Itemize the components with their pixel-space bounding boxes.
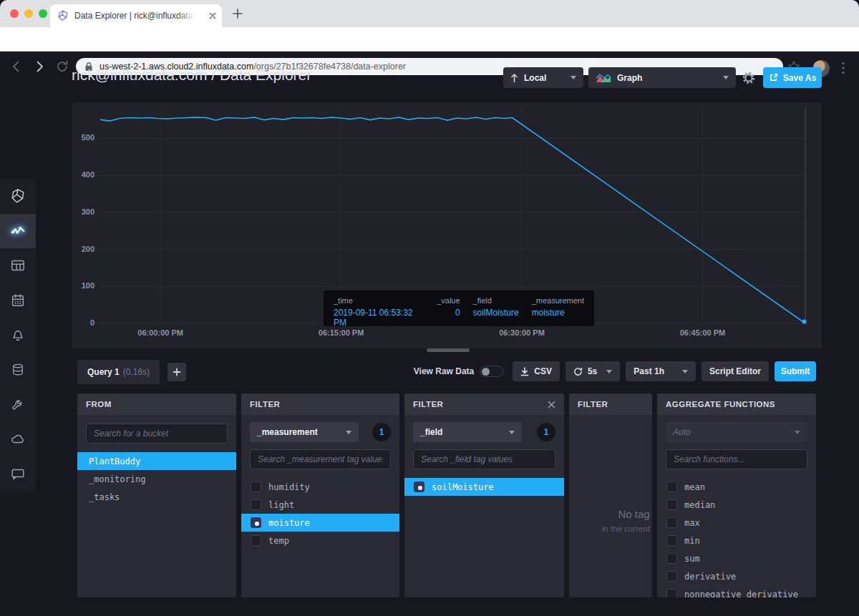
back-icon[interactable] [9, 59, 24, 74]
influxdb-logo-icon [10, 188, 26, 204]
script-editor-button[interactable]: Script Editor [702, 361, 769, 381]
timezone-dropdown[interactable]: Local [503, 67, 583, 88]
sidebar-item-tasks[interactable] [0, 283, 36, 318]
field-item[interactable]: soilMoisture [404, 478, 564, 496]
function-item[interactable]: derivative [657, 567, 816, 585]
tooltip-time-value: 2019-09-11 06:53:32 PM [334, 308, 424, 328]
function-item[interactable]: sum [657, 549, 816, 567]
add-query-button[interactable] [168, 363, 186, 381]
query-tab[interactable]: Query 1 (0.16s) [77, 360, 160, 384]
aggregate-auto-dropdown[interactable]: Auto [666, 422, 807, 442]
tab-close-icon[interactable] [209, 12, 216, 19]
chevron-down-icon [346, 431, 351, 434]
sidebar-item-home[interactable] [0, 179, 36, 214]
function-item-label: min [684, 536, 700, 546]
measurement-item-label: humidity [268, 482, 310, 492]
sidebar-item-dashboards[interactable] [0, 248, 36, 283]
function-item[interactable]: nonnegative derivative [657, 585, 816, 597]
new-tab-button[interactable] [232, 8, 243, 19]
checkbox-icon[interactable] [414, 481, 424, 492]
view-raw-data-toggle[interactable] [480, 366, 504, 377]
selected-count-badge: 1 [372, 423, 391, 441]
sidebar-item-usage[interactable] [0, 422, 36, 457]
forward-icon[interactable] [32, 59, 47, 74]
wrench-icon [11, 397, 26, 412]
bucket-search-input[interactable] [86, 424, 228, 444]
browser-menu-icon[interactable] [842, 62, 845, 74]
measurement-search-input[interactable] [250, 449, 391, 469]
function-item-label: sum [684, 554, 700, 564]
customize-button[interactable] [739, 67, 759, 88]
chat-bubble-icon [10, 466, 26, 481]
bucket-item[interactable]: PlantBuddy [77, 452, 236, 470]
checkbox-icon[interactable] [666, 517, 677, 528]
function-item[interactable]: max [657, 514, 816, 532]
reload-icon[interactable] [55, 59, 69, 74]
checkbox-icon[interactable] [251, 535, 261, 546]
csv-download-button[interactable]: CSV [513, 361, 560, 381]
checkbox-icon[interactable] [251, 481, 261, 492]
function-item[interactable]: min [657, 532, 816, 549]
measurement-item[interactable]: humidity [241, 478, 399, 496]
close-window-icon[interactable] [10, 9, 19, 18]
checkbox-icon[interactable] [251, 499, 261, 510]
bucket-item[interactable]: _tasks [77, 488, 236, 506]
checkbox-icon[interactable] [666, 589, 677, 597]
checkbox-icon[interactable] [666, 571, 677, 582]
checkbox-icon[interactable] [666, 535, 677, 546]
function-item[interactable]: mean [657, 478, 816, 496]
measurement-item-label: light [268, 500, 294, 510]
function-list: meanmedianmaxminsumderivativenonnegative… [657, 478, 816, 597]
field-search-input[interactable] [413, 449, 555, 469]
refresh-interval-label: 5s [588, 366, 597, 376]
dashboards-icon [10, 258, 26, 273]
checkbox-icon[interactable] [251, 517, 261, 528]
measurement-item[interactable]: moisture [241, 514, 399, 532]
time-range-dropdown[interactable]: Past 1h [626, 361, 696, 381]
tooltip-field-header: _field [473, 296, 519, 305]
aggregate-panel-header: AGGREGATE FUNCTIONS [657, 393, 816, 415]
remove-filter-icon[interactable] [548, 401, 555, 409]
bucket-item-label: _tasks [89, 492, 120, 502]
y-axis-tick: 400 [70, 170, 94, 179]
measurement-item[interactable]: light [241, 496, 399, 514]
x-axis-tick: 06:00:00 PM [126, 328, 195, 337]
function-item[interactable]: median [657, 496, 816, 514]
empty-state-line2: in the current time range [575, 524, 652, 533]
submit-button[interactable]: Submit [775, 361, 816, 381]
browser-tab[interactable]: Data Explorer | rick@influxdata [50, 4, 222, 27]
y-axis-tick: 0 [70, 318, 94, 327]
filter-panel-header: FILTER [404, 393, 564, 415]
zoom-window-icon[interactable] [39, 9, 47, 18]
bucket-item[interactable]: _monitoring [77, 470, 236, 488]
x-axis-tick: 06:30:00 PM [487, 328, 556, 337]
checkbox-icon[interactable] [666, 481, 677, 492]
visualization-dropdown[interactable]: Graph [588, 67, 736, 88]
chart-scrollbar[interactable] [427, 348, 470, 352]
sidebar-item-settings[interactable] [0, 387, 36, 422]
sidebar-item-feedback[interactable] [0, 456, 36, 492]
query-controls: View Raw Data CSV 5s Past 1h Script Edit… [401, 361, 816, 381]
empty-state: No tag keys in the current time range [569, 415, 652, 572]
visualization-dropdown-label: Graph [617, 73, 642, 83]
view-raw-data-label: View Raw Data [414, 366, 474, 376]
from-panel-header: FROM [77, 393, 236, 415]
refresh-interval-dropdown[interactable]: 5s [566, 361, 620, 381]
measurement-item[interactable]: temp [241, 532, 399, 549]
influxdb-favicon-icon [57, 10, 69, 21]
sidebar-item-alerts[interactable] [0, 318, 36, 353]
page-title: rick@influxdata.com / Data Explorer [72, 67, 311, 84]
minimize-window-icon[interactable] [24, 9, 33, 18]
submit-label: Submit [781, 366, 810, 376]
function-search-input[interactable] [666, 449, 807, 469]
gear-icon [742, 71, 756, 85]
sidebar-item-load-data[interactable] [0, 353, 36, 388]
tag-key-dropdown[interactable]: _field [413, 422, 522, 442]
sidebar-item-data-explorer[interactable] [0, 214, 36, 249]
chevron-down-icon [571, 76, 576, 79]
save-as-button[interactable]: Save As [763, 67, 822, 88]
y-axis-tick: 100 [70, 281, 94, 290]
checkbox-icon[interactable] [666, 553, 677, 564]
tag-key-dropdown[interactable]: _measurement [250, 422, 359, 442]
checkbox-icon[interactable] [666, 499, 677, 510]
